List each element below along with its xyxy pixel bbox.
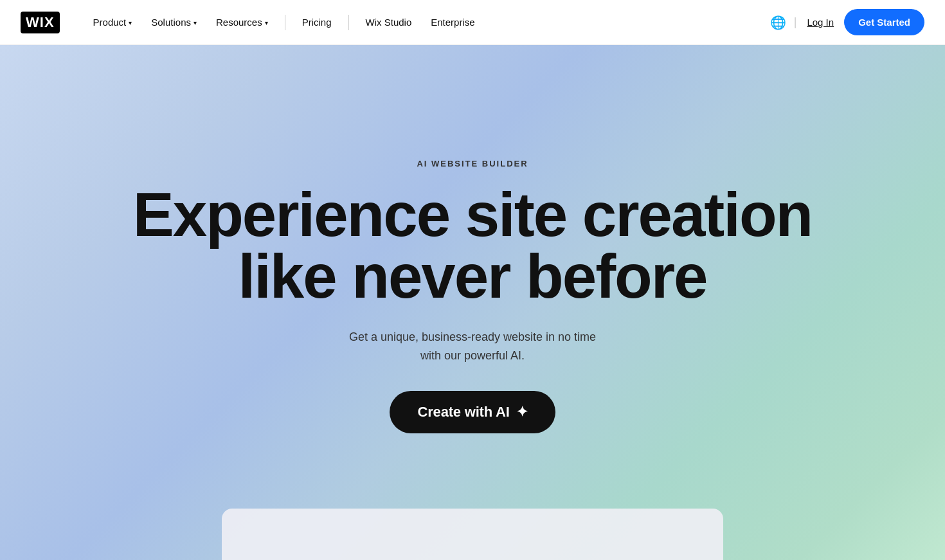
wix-logo[interactable]: WIX: [21, 12, 60, 33]
nav-item-pricing[interactable]: Pricing: [294, 12, 339, 33]
hero-title-line1: Experience site creation: [133, 180, 813, 249]
wix-logo-text: WIX: [21, 12, 60, 33]
nav-links: Product ▾ Solutions ▾ Resources ▾ Pricin…: [86, 12, 770, 33]
nav-separator: |: [794, 15, 797, 29]
chevron-down-icon: ▾: [265, 19, 268, 26]
nav-item-resources[interactable]: Resources ▾: [208, 12, 276, 33]
nav-right: 🌐 | Log In Get Started: [770, 9, 924, 35]
hero-section: AI WEBSITE BUILDER Experience site creat…: [0, 45, 945, 560]
hero-title-line2: like never before: [238, 242, 706, 311]
sparkle-icon: ✦: [516, 404, 528, 420]
hero-bottom-card: [222, 509, 723, 560]
nav-divider: [285, 15, 285, 30]
navbar: WIX Product ▾ Solutions ▾ Resources ▾ Pr…: [0, 0, 945, 45]
hero-title: Experience site creation like never befo…: [133, 184, 813, 307]
nav-item-wix-studio[interactable]: Wix Studio: [358, 12, 420, 33]
hero-subtitle: Get a unique, business-ready website in …: [344, 328, 601, 365]
chevron-down-icon: ▾: [129, 19, 132, 26]
create-with-ai-button[interactable]: Create with AI ✦: [390, 391, 556, 433]
globe-icon[interactable]: 🌐: [770, 15, 786, 30]
chevron-down-icon: ▾: [194, 19, 197, 26]
nav-item-product[interactable]: Product ▾: [86, 12, 140, 33]
get-started-button[interactable]: Get Started: [844, 9, 924, 35]
nav-item-enterprise[interactable]: Enterprise: [423, 12, 482, 33]
nav-divider-2: [348, 15, 349, 30]
hero-cta-label: Create with AI: [418, 404, 510, 420]
hero-eyebrow: AI WEBSITE BUILDER: [417, 159, 528, 168]
login-link[interactable]: Log In: [804, 12, 836, 33]
nav-item-solutions[interactable]: Solutions ▾: [143, 12, 204, 33]
